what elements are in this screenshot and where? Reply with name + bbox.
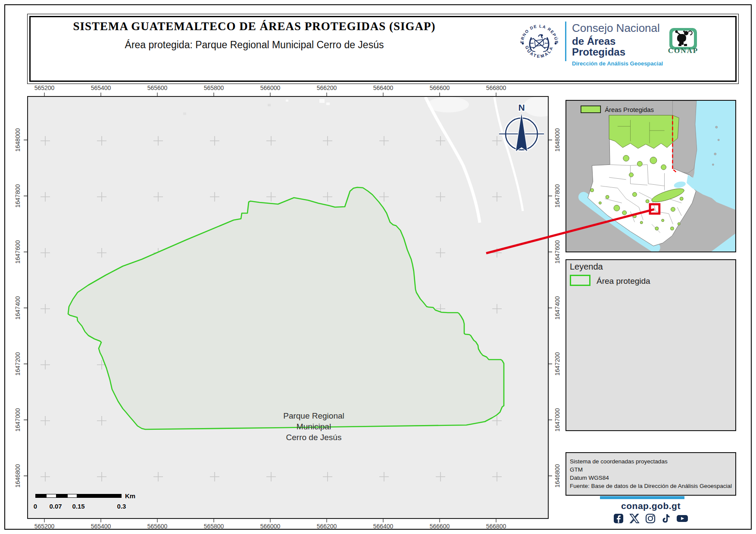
x-tick-label: 566800 <box>481 84 511 91</box>
y-tick-label: 1647800 <box>554 181 561 211</box>
north-label: N <box>518 102 525 112</box>
x-tick-label: 566600 <box>425 523 455 530</box>
y-tick-label: 1646800 <box>554 461 561 491</box>
y-tick-label: 1648000 <box>554 125 561 155</box>
inset-map-canvas: Áreas Protegidas <box>566 101 735 251</box>
legend-item-label: Área protegida <box>597 276 650 286</box>
page-subtitle: Área protegida: Parque Regional Municipa… <box>39 39 470 51</box>
instagram-icon <box>645 513 656 524</box>
crs-line: GTM <box>570 466 732 474</box>
x-tick-label: 565800 <box>199 84 229 91</box>
y-tick-label: 1647400 <box>14 293 21 323</box>
protected-area-label: Parque Regional Municipal Cerro de Jesús <box>269 410 359 443</box>
x-icon <box>629 513 640 524</box>
y-tick-label: 1647400 <box>554 293 561 323</box>
crs-info-box: Sistema de coordenadas proyectadas GTM D… <box>565 452 736 496</box>
x-tick-label: 566000 <box>255 523 285 530</box>
main-map: N Parque Regional Municipal Cerro de Jes… <box>27 96 549 519</box>
youtube-icon <box>676 513 688 524</box>
scale-bar-segment <box>67 494 77 498</box>
scale-label: 0.07 <box>43 503 69 510</box>
legend-title: Leyenda <box>570 262 603 272</box>
scale-unit-label: Km <box>125 492 135 500</box>
crs-line: Datum WGS84 <box>570 474 732 482</box>
government-seal-icon: GOBIERNO DE LA REPÚBLICA GUATEMALA <box>519 24 559 63</box>
facebook-icon <box>613 513 624 524</box>
y-tick-label: 1646800 <box>14 461 21 491</box>
y-tick-label: 1647800 <box>14 181 21 211</box>
x-tick-label: 566200 <box>312 523 342 530</box>
x-tick-label: 565200 <box>29 523 59 530</box>
legend-area-swatch <box>570 275 590 286</box>
footer-accent-bar <box>600 496 684 499</box>
x-tick-label: 566400 <box>368 84 398 91</box>
inset-locator-map: Áreas Protegidas <box>565 100 736 252</box>
x-tick-label: 566400 <box>368 523 398 530</box>
x-tick-label: 565600 <box>142 84 172 91</box>
scale-bar-segment <box>77 494 122 498</box>
social-icons-row <box>565 513 736 524</box>
inset-legend-label: Áreas Protegidas <box>605 106 654 113</box>
logo-divider <box>565 22 566 61</box>
inset-legend-swatch <box>581 106 600 113</box>
org-line2: de Áreas Protegidas <box>572 36 671 57</box>
scale-bar-segment <box>56 494 67 498</box>
crs-line: Sistema de coordenadas proyectadas <box>570 457 732 466</box>
x-tick-label: 565800 <box>199 523 229 530</box>
y-tick-label: 1648000 <box>14 125 21 155</box>
x-tick-label: 566800 <box>481 523 511 530</box>
x-tick-label: 566000 <box>255 84 285 91</box>
x-tick-label: 566600 <box>425 84 455 91</box>
map-sheet: SISTEMA GUATEMALTECO DE ÁREAS PROTEGIDAS… <box>0 0 756 534</box>
scale-bar-segment <box>46 494 56 498</box>
y-tick-label: 1647000 <box>554 405 561 435</box>
legend-panel: Leyenda Área protegida <box>565 259 736 431</box>
website-label: conap.gob.gt <box>565 501 736 511</box>
y-tick-label: 1647600 <box>554 237 561 267</box>
y-tick-label: 1647200 <box>14 349 21 379</box>
org-line1: Consejo Nacional <box>572 22 671 34</box>
page-title: SISTEMA GUATEMALTECO DE ÁREAS PROTEGIDAS… <box>39 20 470 33</box>
org-wordmark: Consejo Nacional de Áreas Protegidas Dir… <box>572 22 671 66</box>
conap-logo-text: CONAP <box>664 47 703 55</box>
scale-bar-segment <box>35 494 46 498</box>
main-map-canvas: N <box>28 97 548 518</box>
title-block: SISTEMA GUATEMALTECO DE ÁREAS PROTEGIDAS… <box>39 20 470 51</box>
y-tick-label: 1647600 <box>14 237 21 267</box>
x-tick-label: 566200 <box>312 84 342 91</box>
tiktok-icon <box>661 513 671 524</box>
scale-label: 0.3 <box>109 503 134 510</box>
x-tick-label: 565400 <box>86 84 116 91</box>
y-tick-label: 1647000 <box>14 405 21 435</box>
x-tick-label: 565600 <box>142 523 172 530</box>
org-line3: Dirección de Análisis Geoespacial <box>572 61 671 67</box>
scale-label: 0.15 <box>66 503 91 510</box>
x-tick-label: 565200 <box>29 84 59 91</box>
y-tick-label: 1647200 <box>554 349 561 379</box>
x-tick-label: 565400 <box>86 523 116 530</box>
crs-line: Fuente: Base de datos de la Dirección de… <box>570 482 732 490</box>
